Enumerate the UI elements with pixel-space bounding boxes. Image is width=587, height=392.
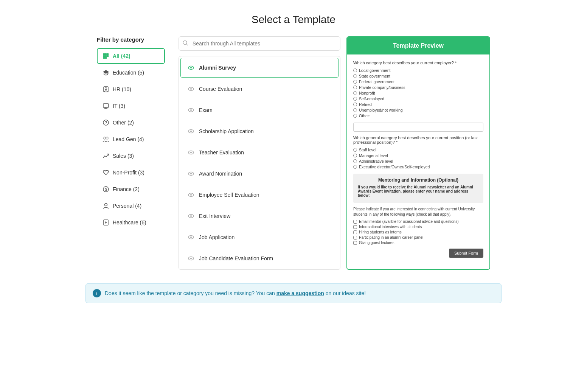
employer-radio[interactable] <box>353 74 357 78</box>
sidebar-item-education[interactable]: Education (5) <box>97 65 165 81</box>
employer-option: Other: <box>353 114 483 118</box>
svg-point-2 <box>107 53 109 55</box>
position-radio[interactable] <box>353 165 357 169</box>
employer-radio[interactable] <box>353 97 357 101</box>
mentoring-checkbox[interactable] <box>353 225 357 229</box>
svg-point-6 <box>103 57 105 59</box>
svg-point-4 <box>105 55 107 57</box>
preview-section-text: Please indicate if you are interested in… <box>353 207 483 217</box>
template-item-alumni-survey[interactable]: Alumni Survey <box>180 58 339 78</box>
position-option-label: Executive director/Owner/Self-employed <box>359 165 430 169</box>
svg-point-18 <box>106 137 108 139</box>
mentoring-checkbox[interactable] <box>353 230 357 234</box>
sidebar-item-label-other: Other (2) <box>113 120 134 126</box>
template-label-award-nomination: Award Nomination <box>199 171 242 177</box>
preview-submit-button[interactable]: Submit Form <box>449 249 483 258</box>
employer-option-label: Private company/business <box>359 85 405 90</box>
checkbox-option: Email mentor (availble for ocassional ad… <box>353 219 483 224</box>
sidebar-item-healthcare[interactable]: Healthcare (6) <box>97 215 165 230</box>
employer-radio[interactable] <box>353 80 357 84</box>
personal-icon <box>102 202 110 210</box>
employer-option: Private company/business <box>353 85 483 90</box>
sidebar-item-leadgen[interactable]: Lead Gen (4) <box>97 131 165 147</box>
sidebar-item-label-personal: Personal (4) <box>113 203 141 209</box>
position-option: Executive director/Owner/Self-employed <box>353 165 483 169</box>
employer-radio[interactable] <box>353 114 357 118</box>
eye-icon-job-candidate-evaluation <box>187 254 195 263</box>
sidebar-item-hr[interactable]: HR (10) <box>97 81 165 97</box>
sidebar-item-sales[interactable]: Sales (3) <box>97 148 165 164</box>
template-item-employee-self-evaluation[interactable]: Employee Self Evaluation <box>180 185 339 205</box>
svg-point-30 <box>190 88 192 90</box>
position-radio[interactable] <box>353 148 357 152</box>
employer-radio[interactable] <box>353 103 357 106</box>
svg-point-17 <box>104 137 106 139</box>
sidebar-header: Filter by category <box>97 36 165 43</box>
position-option: Staff level <box>353 148 483 152</box>
employer-option: Nonprofit <box>353 91 483 95</box>
position-option: Managerial level <box>353 153 483 158</box>
template-item-teacher-evaluation[interactable]: Teacher Evaluation <box>180 143 339 162</box>
template-item-job-candidate-evaluation[interactable]: Job Candidate Evaluation Form <box>180 249 339 268</box>
template-item-job-application[interactable]: Job Application <box>180 227 339 247</box>
preview-body: Which category best describes your curre… <box>347 54 489 264</box>
notice-link[interactable]: make a suggestion <box>276 290 324 296</box>
employer-radio[interactable] <box>353 108 357 112</box>
notice-text-after: on our ideas site! <box>324 290 366 296</box>
position-option-label: Administrative level <box>359 159 393 163</box>
mentoring-checkbox[interactable] <box>353 220 357 224</box>
svg-point-21 <box>105 204 107 206</box>
eye-icon-exit-interview <box>187 212 195 220</box>
template-list: Alumni Survey Course Evaluation Exam Sch… <box>179 56 340 270</box>
template-label-scholarship-application: Scholarship Application <box>199 128 254 134</box>
hr-icon <box>102 86 110 93</box>
sidebar-item-other[interactable]: ? Other (2) <box>97 115 165 131</box>
employer-radio[interactable] <box>353 68 357 72</box>
employer-option-label: Unemployed/not working <box>359 108 403 112</box>
position-option: Administrative level <box>353 159 483 163</box>
employer-option-label: State government <box>359 74 390 78</box>
employer-option-label: Self-employed <box>359 96 384 101</box>
checkbox-option-label: Participating in an alumni career panel <box>359 235 423 240</box>
sidebar-item-label-hr: HR (10) <box>113 86 131 92</box>
sidebar-item-it[interactable]: IT (3) <box>97 98 165 114</box>
checkbox-option-label: Hiring students as interns <box>359 230 402 234</box>
nonprofit-icon <box>102 169 110 176</box>
preview-question-2: Which general category best describes yo… <box>353 135 483 145</box>
template-label-job-application: Job Application <box>199 234 234 240</box>
employer-option-label: Other: <box>359 114 370 118</box>
search-input[interactable] <box>179 36 340 51</box>
mentoring-checkbox[interactable] <box>353 236 357 240</box>
sidebar-item-finance[interactable]: $ Finance (2) <box>97 181 165 197</box>
preview-other-input[interactable] <box>353 123 483 132</box>
template-item-exam[interactable]: Exam <box>180 100 339 120</box>
position-radio[interactable] <box>353 159 357 163</box>
employer-radio[interactable] <box>353 91 357 95</box>
position-radio[interactable] <box>353 154 357 157</box>
preview-section-title: Mentoring and Information (Optional) <box>358 177 479 183</box>
preview-section-box: Mentoring and Information (Optional) If … <box>353 174 483 203</box>
sidebar-item-label-all: All (42) <box>113 53 130 59</box>
sidebar-item-label-sales: Sales (3) <box>113 153 134 159</box>
finance-icon: $ <box>102 185 110 193</box>
checkbox-option-label: Informational interviews with students <box>359 225 422 229</box>
employer-option: Self-employed <box>353 96 483 101</box>
sidebar-item-all[interactable]: All (42) <box>97 48 165 64</box>
template-item-scholarship-application[interactable]: Scholarship Application <box>180 121 339 141</box>
employer-radio[interactable] <box>353 86 357 89</box>
all-icon <box>102 52 110 60</box>
sidebar-item-personal[interactable]: Personal (4) <box>97 198 165 214</box>
employer-option: Retired <box>353 102 483 107</box>
template-item-award-nomination[interactable]: Award Nomination <box>180 164 339 184</box>
preview-section-subtitle: If you would like to receive the Alumni … <box>358 185 479 198</box>
checkbox-option: Hiring students as interns <box>353 230 483 234</box>
position-option-label: Managerial level <box>359 153 388 158</box>
sidebar-item-nonprofit[interactable]: Non-Profit (3) <box>97 165 165 180</box>
eye-icon-course-evaluation <box>187 85 195 93</box>
template-item-exit-interview[interactable]: Exit Interview <box>180 206 339 226</box>
employer-radio-group: Local governmentState governmentFederal … <box>353 68 483 118</box>
template-item-course-evaluation[interactable]: Course Evaluation <box>180 79 339 99</box>
mentoring-checkbox[interactable] <box>353 241 357 245</box>
svg-point-11 <box>105 88 107 90</box>
svg-point-46 <box>190 258 192 259</box>
